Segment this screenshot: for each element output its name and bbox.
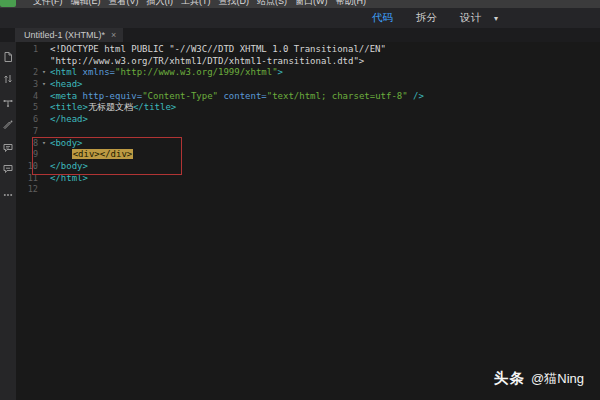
view-switcher-toolbar: 代码 拆分 设计 ▾ [0,8,600,28]
code-view[interactable]: 1<!DOCTYPE html PUBLIC "-//W3C//DTD XHTM… [16,42,600,400]
code-text: </head> [50,114,88,126]
code-line[interactable]: 4<meta http-equiv="Content-Type" content… [16,91,600,103]
code-text: <html xmlns="http://www.w3.org/1999/xhtm… [50,67,283,79]
code-text: </html> [50,173,88,185]
menu-item[interactable]: 查看(V) [109,0,139,8]
fold-arrow-icon[interactable]: ▾ [38,67,50,79]
line-number: 12 [16,184,38,196]
menu-bar: 文件(F)编辑(E)查看(V)插入(I)工具(T)查找(D)站点(S)窗口(W)… [0,0,600,8]
menu-item[interactable]: 帮助(H) [336,0,367,8]
menu-item[interactable]: 编辑(E) [71,0,101,8]
fold-gutter [38,161,50,173]
fold-gutter [38,44,50,56]
document-tab[interactable]: Untitled-1 (XHTML)* × [15,28,123,42]
code-text: "http://www.w3.org/TR/xhtml1/DTD/xhtml1-… [50,56,364,68]
menu-item[interactable]: 插入(I) [147,0,174,8]
line-number: 2 [16,67,38,79]
menu-item[interactable]: 窗口(W) [295,0,328,8]
app-logo-icon [0,0,16,7]
open-documents-icon[interactable] [3,52,13,62]
menu-item[interactable]: 工具(T) [181,0,211,8]
line-number [16,56,38,68]
apply-comment-icon[interactable] [3,143,13,153]
line-number: 11 [16,173,38,185]
line-number: 1 [16,44,38,56]
code-text: <!DOCTYPE html PUBLIC "-//W3C//DTD XHTML… [50,44,386,56]
format-source-icon[interactable] [3,120,13,130]
watermark-author: @猫Ning [531,370,584,388]
fold-gutter [38,91,50,103]
fold-gutter [38,126,50,138]
code-line[interactable]: 1<!DOCTYPE html PUBLIC "-//W3C//DTD XHTM… [16,44,600,56]
watermark: 头条 @猫Ning [494,369,584,388]
document-tab-title: Untitled-1 (XHTML)* [24,30,105,40]
line-number: 5 [16,102,38,114]
fold-gutter [38,102,50,114]
view-dropdown-arrow-icon[interactable]: ▾ [494,14,498,23]
code-line[interactable]: 6</head> [16,114,600,126]
tab-bar: Untitled-1 (XHTML)* × [0,28,600,42]
code-line[interactable]: 7 [16,126,600,138]
code-text: <meta http-equiv="Content-Type" content=… [50,91,424,103]
code-line[interactable]: 12 [16,184,600,196]
line-number: 9 [16,149,38,161]
line-number: 6 [16,114,38,126]
code-line[interactable]: 9 <div></div> [16,149,600,161]
file-management-icon[interactable] [3,74,13,84]
close-tab-icon[interactable]: × [111,31,116,40]
code-text: <head> [50,79,83,91]
code-text: <body> [50,138,83,150]
code-text: <title>无标题文档</title> [50,102,176,114]
line-number: 4 [16,91,38,103]
code-line[interactable]: 5<title>无标题文档</title> [16,102,600,114]
fold-arrow-icon[interactable]: ▾ [38,79,50,91]
design-view-button[interactable]: 设计 [460,11,481,25]
fold-gutter [38,149,50,161]
watermark-brand: 头条 [494,369,525,388]
fold-gutter [38,184,50,196]
line-number: 7 [16,126,38,138]
menu-item[interactable]: 文件(F) [33,0,63,8]
code-line[interactable]: 2▾<html xmlns="http://www.w3.org/1999/xh… [16,67,600,79]
fold-gutter [38,56,50,68]
code-line[interactable]: 11</html> [16,173,600,185]
fold-gutter [38,173,50,185]
fold-arrow-icon[interactable]: ▾ [38,138,50,150]
line-number: 10 [16,161,38,173]
live-code-icon[interactable] [3,98,13,108]
code-line[interactable]: "http://www.w3.org/TR/xhtml1/DTD/xhtml1-… [16,56,600,68]
code-text: <div></div> [50,149,133,161]
line-number: 8 [16,138,38,150]
code-editor: 1<!DOCTYPE html PUBLIC "-//W3C//DTD XHTM… [0,42,600,400]
fold-gutter [38,114,50,126]
code-line[interactable]: 10</body> [16,161,600,173]
split-view-button[interactable]: 拆分 [416,11,437,25]
code-toolbar-strip [0,42,16,400]
menu-item[interactable]: 查找(D) [219,0,250,8]
code-view-button[interactable]: 代码 [372,11,393,25]
code-line[interactable]: 3▾<head> [16,79,600,91]
more-icon[interactable] [3,190,13,200]
line-number: 3 [16,79,38,91]
code-line[interactable]: 8▾<body> [16,138,600,150]
code-text: </body> [50,161,88,173]
remove-comment-icon[interactable] [3,164,13,174]
menu-item[interactable]: 站点(S) [257,0,287,8]
